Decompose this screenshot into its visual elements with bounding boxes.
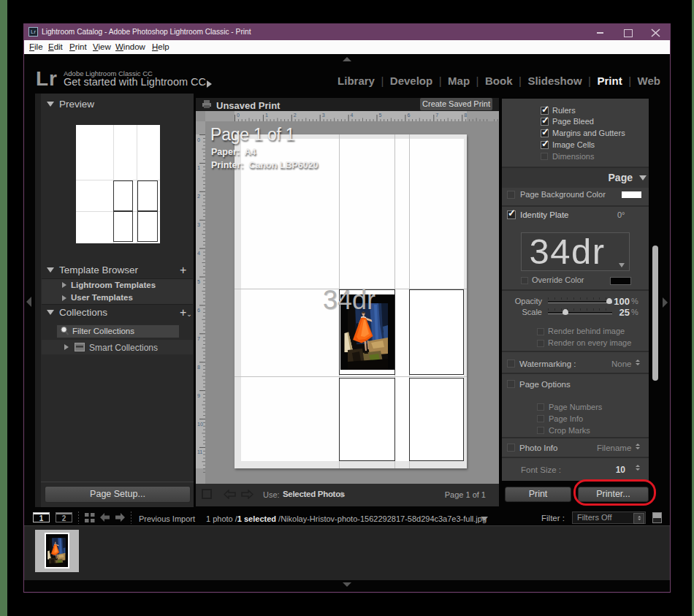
svg-text:3: 3 [322,113,325,118]
svg-text:7: 7 [435,113,438,118]
svg-text:6: 6 [197,308,200,313]
svg-text:3: 3 [197,222,200,227]
svg-text:1: 1 [197,165,200,170]
svg-text:0: 0 [237,113,240,118]
svg-text:10: 10 [197,422,203,427]
svg-text:8: 8 [197,365,200,370]
svg-text:9: 9 [197,393,200,398]
svg-text:5: 5 [379,113,382,118]
svg-text:8: 8 [464,113,467,118]
svg-text:4: 4 [197,251,200,256]
svg-text:0: 0 [197,137,200,142]
svg-text:1: 1 [265,113,268,118]
svg-text:5: 5 [197,279,200,284]
svg-text:7: 7 [197,336,200,341]
svg-text:2: 2 [197,194,200,199]
svg-text:2: 2 [294,113,297,118]
svg-text:4: 4 [351,113,354,118]
svg-text:6: 6 [407,113,410,118]
svg-text:11: 11 [197,449,202,455]
